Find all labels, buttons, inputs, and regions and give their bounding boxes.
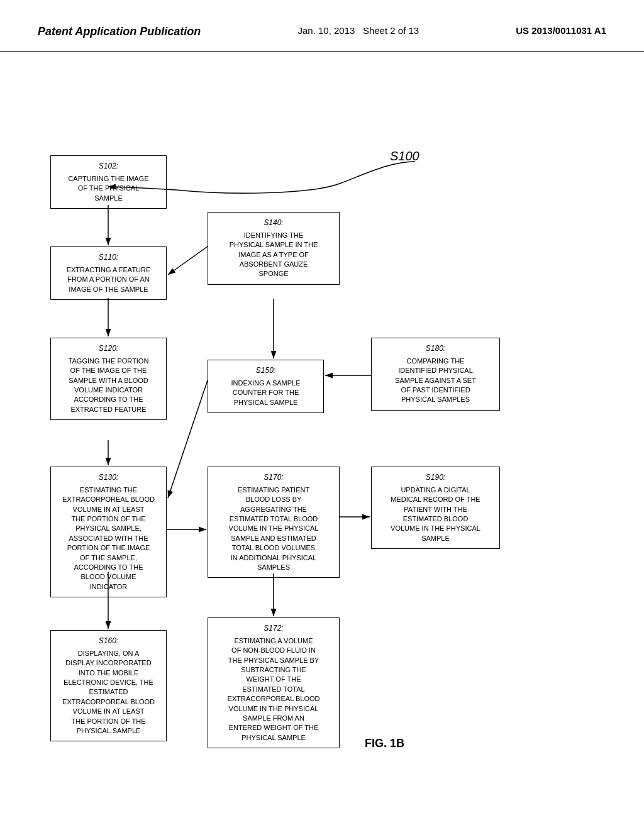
diagram-area: S100 S102: CAPTURING THE IMAGEOF THE PHY… — [0, 52, 644, 806]
s120-text: TAGGING THE PORTIONOF THE IMAGE OF THESA… — [69, 357, 149, 413]
s110-box: S110: EXTRACTING A FEATUREFROM A PORTION… — [50, 246, 167, 300]
s170-text: ESTIMATING PATIENTBLOOD LOSS BYAGGREGATI… — [229, 486, 319, 571]
s150-text: INDEXING A SAMPLECOUNTER FOR THEPHYSICAL… — [231, 379, 300, 406]
s190-box: S190: UPDATING A DIGITALMEDICAL RECORD O… — [371, 467, 500, 549]
s102-text: CAPTURING THE IMAGEOF THE PHYSICALSAMPLE — [68, 175, 148, 202]
s190-text: UPDATING A DIGITALMEDICAL RECORD OF THEP… — [391, 486, 480, 542]
s180-text: COMPARING THEIDENTIFIED PHYSICALSAMPLE A… — [395, 357, 476, 404]
sheet-info: Jan. 10, 2013 Sheet 2 of 13 — [297, 25, 419, 36]
s150-box: S150: INDEXING A SAMPLECOUNTER FOR THEPH… — [208, 360, 324, 413]
s120-box: S120: TAGGING THE PORTIONOF THE IMAGE OF… — [50, 338, 167, 420]
s110-text: EXTRACTING A FEATUREFROM A PORTION OF AN… — [67, 266, 151, 293]
fig-label: FIG. 1B — [365, 737, 404, 750]
svg-line-5 — [168, 380, 208, 498]
s160-text: DISPLAYING, ON ADISPLAY INCORPORATEDINTO… — [62, 650, 155, 734]
page-header: Patent Application Publication Jan. 10, … — [0, 0, 644, 52]
s140-text: IDENTIFYING THEPHYSICAL SAMPLE IN THEIMA… — [230, 231, 318, 278]
s172-box: S172: ESTIMATING A VOLUMEOF NON-BLOOD FL… — [208, 617, 340, 748]
s100-label: S100 — [390, 149, 419, 163]
publication-title: Patent Application Publication — [38, 25, 201, 38]
s130-box: S130: ESTIMATING THEEXTRACORPOREAL BLOOD… — [50, 467, 167, 597]
s130-text: ESTIMATING THEEXTRACORPOREAL BLOODVOLUME… — [62, 486, 155, 590]
s160-box: S160: DISPLAYING, ON ADISPLAY INCORPORAT… — [50, 630, 167, 741]
s170-box: S170: ESTIMATING PATIENTBLOOD LOSS BYAGG… — [208, 467, 340, 578]
s180-box: S180: COMPARING THEIDENTIFIED PHYSICALSA… — [371, 338, 500, 411]
patent-number: US 2013/0011031 A1 — [516, 25, 606, 36]
s140-box: S140: IDENTIFYING THEPHYSICAL SAMPLE IN … — [208, 212, 340, 285]
s172-text: ESTIMATING A VOLUMEOF NON-BLOOD FLUID IN… — [228, 637, 320, 741]
svg-line-2 — [168, 246, 208, 275]
s102-box: S102: CAPTURING THE IMAGEOF THE PHYSICAL… — [50, 155, 167, 209]
